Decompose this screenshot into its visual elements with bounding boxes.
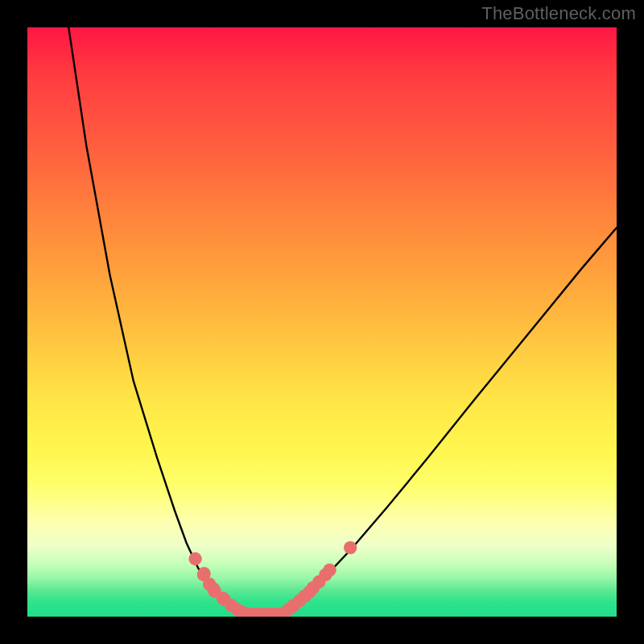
curve-group — [68, 27, 617, 614]
data-point — [344, 541, 357, 554]
chart-frame: TheBottleneck.com — [0, 0, 644, 644]
data-point — [188, 552, 201, 565]
watermark-text: TheBottleneck.com — [481, 3, 636, 24]
data-point — [323, 564, 336, 576]
scatter-dots — [188, 541, 357, 617]
chart-svg — [27, 27, 617, 617]
bottleneck-curve — [68, 27, 617, 614]
plot-area — [27, 27, 617, 617]
